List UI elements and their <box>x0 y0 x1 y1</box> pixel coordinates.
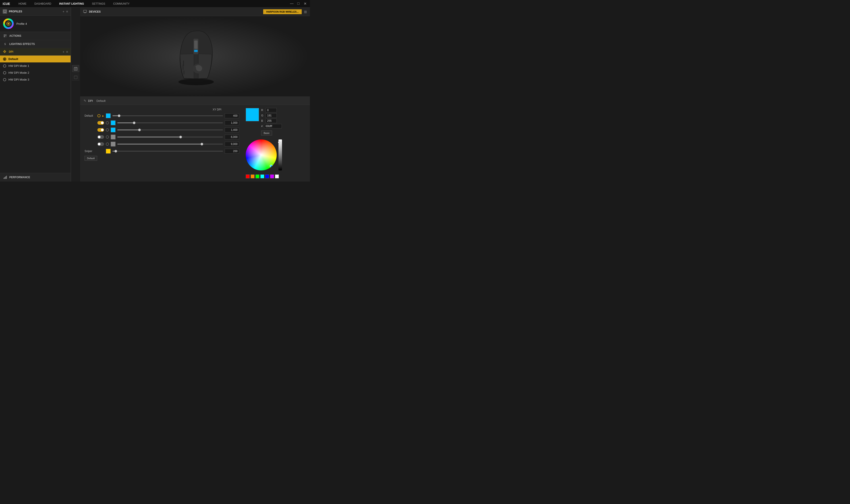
profiles-menu-button[interactable]: ≡ <box>66 10 68 13</box>
trash-button[interactable] <box>72 73 79 80</box>
preset-cyan[interactable] <box>260 175 264 178</box>
g-input[interactable] <box>266 113 277 118</box>
r-input[interactable] <box>266 108 277 112</box>
dpi-row-sniper: Sniper 200 <box>85 149 239 154</box>
dpi-item-default[interactable]: Default <box>0 56 71 62</box>
dpi-item-hw3[interactable]: HW DPI Mode 3 <box>0 76 71 83</box>
nav-home[interactable]: HOME <box>17 1 28 6</box>
nav-instant-lighting[interactable]: INSTANT LIGHTING <box>57 1 86 6</box>
dpi-row-2-radio[interactable] <box>106 128 109 131</box>
dpi-menu-button[interactable]: ≡ <box>66 50 68 54</box>
dpi-value-0[interactable]: 400 <box>225 113 239 118</box>
dpi-color-swatch-sniper[interactable] <box>106 149 111 154</box>
devices-label: DEVICES <box>89 10 261 13</box>
b-label: B <box>261 119 264 122</box>
dpi-item-radio-default <box>3 57 6 61</box>
close-button[interactable]: ✕ <box>303 2 307 6</box>
dpi-slider-2[interactable] <box>117 128 223 132</box>
profile-avatar <box>3 18 14 29</box>
xy-dpi-label: XY DPI <box>85 108 239 111</box>
dpi-slider-1[interactable] <box>117 121 223 125</box>
brightness-thumb[interactable] <box>278 142 280 143</box>
b-input[interactable] <box>266 119 277 123</box>
color-wheel-disc[interactable] <box>246 140 277 170</box>
dpi-row-sniper-label: Sniper <box>85 150 96 153</box>
preset-green[interactable] <box>255 175 259 178</box>
dpi-toggle-3[interactable] <box>97 135 104 139</box>
devices-grid-icon[interactable]: ⊞ <box>304 10 307 14</box>
dpi-label: DPI <box>9 50 62 53</box>
dpi-row-default-play[interactable]: ▶ <box>102 115 104 117</box>
add-profile-button[interactable]: + <box>62 10 65 13</box>
hex-input[interactable] <box>264 124 282 128</box>
dpi-value-2[interactable]: 1,400 <box>225 127 239 132</box>
dpi-color-swatch-4[interactable] <box>111 142 115 146</box>
dpi-slider-0[interactable] <box>112 114 223 118</box>
dpi-row-1-radio[interactable] <box>106 121 109 124</box>
rgb-controls: R G B # <box>261 108 282 136</box>
titlebar: iCUE HOME DASHBOARD INSTANT LIGHTING SET… <box>0 0 310 7</box>
dpi-value-1[interactable]: 1,000 <box>225 121 239 125</box>
dpi-default-button[interactable]: Default <box>85 156 97 161</box>
preset-orange[interactable] <box>251 175 255 178</box>
dpi-value-3[interactable]: 6,000 <box>225 134 239 140</box>
r-label: R <box>261 109 264 112</box>
nav-dashboard[interactable]: DASHBOARD <box>33 1 53 6</box>
window-controls: — □ ✕ <box>290 2 307 6</box>
maximize-button[interactable]: □ <box>296 2 301 6</box>
device-tab-harpoon[interactable]: HARPOON RGB WIRELES... <box>263 9 302 14</box>
dpi-color-swatch-1[interactable] <box>111 121 115 125</box>
preset-white[interactable] <box>275 175 279 178</box>
dpi-panel-header: ✎ DPI Default <box>80 97 310 105</box>
lightning-icon <box>3 42 7 47</box>
actions-item[interactable]: A ACTIONS <box>0 32 71 40</box>
actions-icon: A <box>3 33 7 38</box>
dpi-toggle-1[interactable] <box>97 121 104 125</box>
color-wheel[interactable] <box>246 140 277 170</box>
dpi-color-swatch-3[interactable] <box>111 134 115 140</box>
add-dpi-button[interactable]: + <box>62 50 65 54</box>
dpi-edit-icon[interactable]: ✎ <box>84 99 86 103</box>
dpi-row-4-radio[interactable] <box>106 143 109 146</box>
dpi-toggle-4[interactable] <box>97 142 104 146</box>
dpi-item-label-hw3: HW DPI Mode 3 <box>8 78 29 81</box>
svg-rect-6 <box>4 36 5 37</box>
dpi-slider-4[interactable] <box>117 142 223 146</box>
preset-red[interactable] <box>246 175 250 178</box>
dpi-value-sniper[interactable]: 200 <box>225 149 239 154</box>
dpi-item-hw1[interactable]: HW DPI Mode 1 <box>0 62 71 69</box>
dpi-color-swatch-2[interactable] <box>111 127 115 132</box>
dpi-color-swatch-0[interactable] <box>106 113 111 118</box>
color-preview-swatch[interactable] <box>246 108 259 121</box>
svg-rect-16 <box>4 177 5 179</box>
profiles-actions: + ≡ <box>62 10 68 13</box>
dpi-row-3-radio[interactable] <box>106 136 109 139</box>
performance-item[interactable]: PERFORMANCE <box>0 173 71 181</box>
dpi-item-label-hw2: HW DPI Mode 2 <box>8 71 29 74</box>
minimize-button[interactable]: — <box>290 2 294 6</box>
g-label: G <box>261 114 264 117</box>
svg-point-32 <box>178 78 214 85</box>
color-wheel-thumb[interactable] <box>270 165 272 167</box>
preset-purple[interactable] <box>270 175 274 178</box>
dpi-row-default-radio[interactable] <box>97 114 101 117</box>
nav-community[interactable]: COMMUNITY <box>111 1 131 6</box>
lighting-effects-item[interactable]: LIGHTING EFFECTS <box>0 40 71 48</box>
profiles-icon <box>3 9 7 14</box>
nav-settings[interactable]: SETTINGS <box>90 1 107 6</box>
dpi-toggle-2[interactable] <box>97 128 104 132</box>
dpi-slider-sniper[interactable] <box>112 149 223 153</box>
basic-button[interactable]: Basic <box>261 131 272 136</box>
dpi-item-hw2[interactable]: HW DPI Mode 2 <box>0 69 71 76</box>
dpi-slider-3[interactable] <box>117 135 223 139</box>
dpi-settings-panel: ✎ DPI Default XY DPI Default ▶ <box>80 96 310 181</box>
svg-rect-26 <box>74 76 77 79</box>
delete-button[interactable] <box>72 65 79 72</box>
preset-blue[interactable] <box>265 175 269 178</box>
brightness-slider[interactable] <box>278 140 282 170</box>
dpi-value-4[interactable]: 9,000 <box>225 142 239 146</box>
dpi-row-2: 1,400 <box>85 127 239 132</box>
dpi-section-header[interactable]: DPI + ≡ <box>0 48 71 56</box>
profile-item[interactable]: Profile 4 <box>0 16 71 32</box>
dpi-row-default-label: Default <box>85 114 96 117</box>
